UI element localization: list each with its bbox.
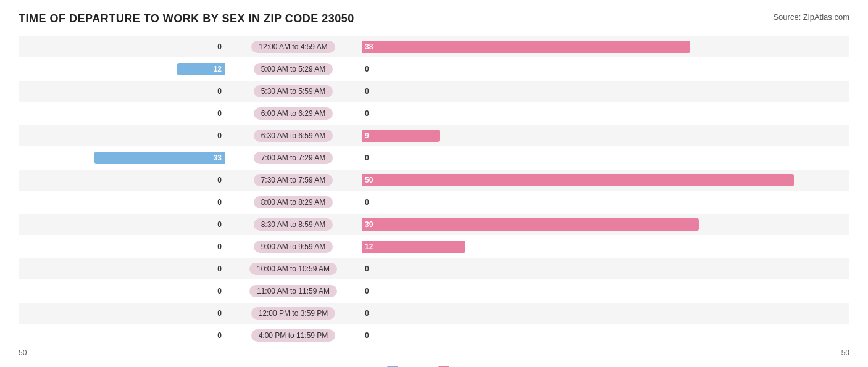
female-zero: 0 (362, 287, 372, 295)
right-axis-label: 50 (841, 348, 849, 357)
time-label-section: 12:00 AM to 4:59 AM (228, 41, 358, 53)
time-label-section: 5:00 AM to 5:29 AM (228, 63, 358, 75)
time-label-section: 7:00 AM to 7:29 AM (228, 152, 358, 164)
source-label: Source: ZipAtlas.com (773, 12, 849, 22)
male-zero: 0 (214, 220, 225, 229)
time-label: 12:00 AM to 4:59 AM (251, 41, 335, 53)
male-section: 0 (19, 87, 228, 96)
left-axis-label: 50 (19, 348, 27, 357)
time-label: 12:00 PM to 3:59 PM (251, 307, 336, 320)
female-zero: 0 (362, 331, 372, 340)
bar-row: 06:30 AM to 6:59 AM9 (19, 125, 849, 146)
chart-title: TIME OF DEPARTURE TO WORK BY SEX IN ZIP … (19, 12, 354, 25)
female-value: 9 (362, 131, 372, 140)
female-value: 12 (362, 242, 376, 251)
time-label: 9:00 AM to 9:59 AM (254, 241, 333, 253)
female-zero: 0 (362, 154, 372, 162)
female-bar: 39 (362, 218, 699, 231)
male-zero: 0 (214, 43, 225, 51)
male-value: 12 (211, 65, 225, 73)
time-label: 7:00 AM to 7:29 AM (254, 152, 333, 164)
female-zero: 0 (362, 65, 372, 73)
bar-row: 012:00 AM to 4:59 AM38 (19, 36, 849, 57)
male-section: 0 (19, 43, 228, 51)
female-value: 38 (362, 43, 376, 51)
female-section: 0 (358, 198, 849, 207)
time-label-section: 8:30 AM to 8:59 AM (228, 218, 358, 231)
male-section: 0 (19, 242, 228, 251)
time-label-section: 9:00 AM to 9:59 AM (228, 241, 358, 253)
female-section: 39 (358, 218, 849, 231)
male-zero: 0 (214, 131, 225, 140)
time-label: 8:00 AM to 8:29 AM (254, 196, 333, 208)
female-section: 9 (358, 130, 849, 142)
bar-row: 08:00 AM to 8:29 AM0 (19, 192, 849, 213)
female-section: 0 (358, 287, 849, 295)
female-section: 0 (358, 265, 849, 273)
female-section: 0 (358, 309, 849, 318)
male-section: 12 (19, 63, 228, 75)
bar-row: 06:00 AM to 6:29 AM0 (19, 103, 849, 124)
male-section: 0 (19, 331, 228, 340)
time-label-section: 6:00 AM to 6:29 AM (228, 107, 358, 120)
female-section: 0 (358, 154, 849, 162)
bar-row: 05:30 AM to 5:59 AM0 (19, 81, 849, 102)
male-zero: 0 (214, 198, 225, 207)
male-section: 0 (19, 265, 228, 273)
male-zero: 0 (214, 309, 225, 318)
male-section: 0 (19, 220, 228, 229)
axis-labels: 50 50 (19, 348, 849, 357)
male-section: 0 (19, 131, 228, 140)
bar-row: 04:00 PM to 11:59 PM0 (19, 325, 849, 346)
time-label-section: 4:00 PM to 11:59 PM (228, 329, 358, 342)
female-bar: 38 (362, 41, 690, 53)
chart-area: 012:00 AM to 4:59 AM38125:00 AM to 5:29 … (19, 36, 849, 346)
female-section: 0 (358, 87, 849, 96)
time-label: 5:30 AM to 5:59 AM (254, 85, 333, 97)
time-label-section: 10:00 AM to 10:59 AM (228, 263, 358, 275)
time-label-section: 11:00 AM to 11:59 AM (228, 285, 358, 297)
female-section: 12 (358, 241, 849, 253)
time-label: 6:30 AM to 6:59 AM (254, 130, 333, 142)
time-label: 6:00 AM to 6:29 AM (254, 107, 333, 120)
time-label: 10:00 AM to 10:59 AM (249, 263, 337, 275)
bar-row: 010:00 AM to 10:59 AM0 (19, 258, 849, 279)
female-value: 39 (362, 220, 376, 229)
male-section: 0 (19, 309, 228, 318)
time-label: 5:00 AM to 5:29 AM (254, 63, 333, 75)
female-section: 0 (358, 65, 849, 73)
time-label: 8:30 AM to 8:59 AM (254, 218, 333, 231)
male-zero: 0 (214, 87, 225, 96)
male-zero: 0 (214, 331, 225, 340)
female-section: 38 (358, 41, 849, 53)
male-zero: 0 (214, 242, 225, 251)
male-bar: 33 (94, 152, 225, 164)
male-zero: 0 (214, 287, 225, 295)
male-section: 0 (19, 198, 228, 207)
bar-row: 07:30 AM to 7:59 AM50 (19, 170, 849, 191)
time-label-section: 6:30 AM to 6:59 AM (228, 130, 358, 142)
female-bar: 9 (362, 130, 440, 142)
male-section: 33 (19, 152, 228, 164)
female-section: 50 (358, 174, 849, 186)
bar-row: 011:00 AM to 11:59 AM0 (19, 281, 849, 302)
male-section: 0 (19, 176, 228, 184)
time-label-section: 7:30 AM to 7:59 AM (228, 174, 358, 186)
male-zero: 0 (214, 265, 225, 273)
time-label: 11:00 AM to 11:59 AM (249, 285, 337, 297)
male-section: 0 (19, 109, 228, 118)
male-section: 0 (19, 287, 228, 295)
female-bar: 50 (362, 174, 794, 186)
bar-row: 337:00 AM to 7:29 AM0 (19, 147, 849, 168)
time-label: 7:30 AM to 7:59 AM (254, 174, 333, 186)
female-zero: 0 (362, 87, 372, 96)
male-zero: 0 (214, 176, 225, 184)
female-zero: 0 (362, 198, 372, 207)
time-label: 4:00 PM to 11:59 PM (251, 329, 336, 342)
time-label-section: 12:00 PM to 3:59 PM (228, 307, 358, 320)
female-bar: 12 (362, 241, 465, 253)
male-value: 33 (211, 154, 225, 162)
time-label-section: 8:00 AM to 8:29 AM (228, 196, 358, 208)
female-section: 0 (358, 109, 849, 118)
bar-row: 09:00 AM to 9:59 AM12 (19, 236, 849, 257)
